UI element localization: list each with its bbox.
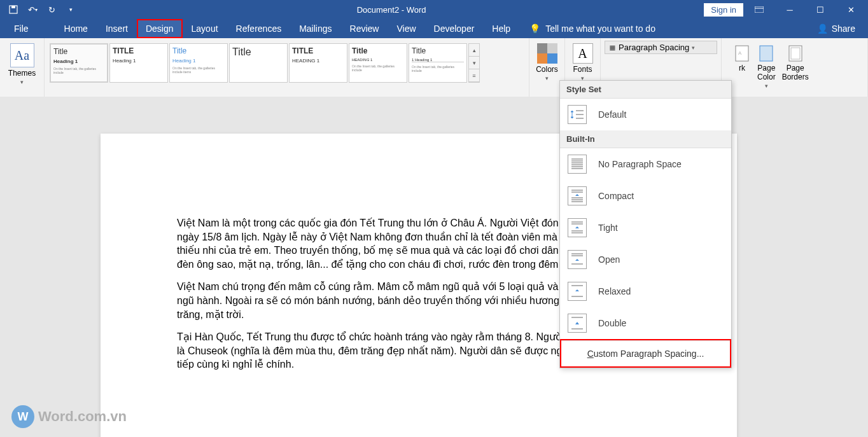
document-area: Việt Nam là một trong các quốc gia đón T… [0,97,868,437]
close-icon[interactable]: ✕ [836,0,865,19]
svg-rect-2 [755,6,764,13]
ribbon-display-icon[interactable] [745,0,774,19]
spacing-option-none[interactable]: No Paragraph Space [560,148,731,180]
tight-icon [568,218,587,237]
share-button[interactable]: 👤 Share [817,19,863,38]
tab-design[interactable]: Design [137,19,183,38]
tell-me-label: Tell me what you want to do [545,24,655,34]
tab-home[interactable]: Home [55,19,97,38]
tab-help[interactable]: Help [483,19,519,38]
gallery-item[interactable]: TITLEHeading 1 [109,43,168,83]
undo-icon[interactable]: ↶ ▾ [24,1,41,18]
gallery-item[interactable]: TitleHeading 1On the Insert tab, the gal… [169,43,228,83]
dropdown-header: Built-In [560,130,731,148]
qat-more-icon[interactable]: ▾ [62,1,79,18]
tab-view[interactable]: View [388,19,424,38]
open-icon [568,250,587,269]
spacing-option-default[interactable]: Default [560,99,731,130]
compact-icon [568,186,587,205]
tab-insert[interactable]: Insert [97,19,137,38]
title-bar: ↶ ▾ ↻ ▾ Document2 - Word Sign in ─ ☐ ✕ [0,0,868,19]
svg-text:A: A [738,50,742,56]
page-borders-button[interactable]: Page Borders [782,45,809,89]
gallery-item[interactable]: Title1 Heading 1On the Insert tab, the g… [409,43,467,83]
relaxed-icon [568,282,587,301]
watermark-icon: A [733,45,751,62]
gallery-scroll[interactable]: ▴▾≡ [468,43,480,83]
themes-button[interactable]: Aa Themes ▾ [4,41,40,88]
spacing-option-double[interactable]: Double [560,307,731,339]
watermark-logo: W Word.com.vn [11,405,127,428]
fonts-icon: A [573,43,593,64]
gallery-item[interactable]: Title [229,43,288,83]
colors-icon [537,43,557,64]
gallery-item[interactable]: TITLEHEADING 1 [289,43,347,83]
tab-file[interactable]: File [5,19,38,38]
word-logo-icon: W [11,405,34,428]
gallery-expand-icon[interactable]: ≡ [469,69,479,82]
minimize-icon[interactable]: ─ [775,0,804,19]
fonts-button[interactable]: AFonts▾ [569,41,596,84]
dropdown-header: Style Set [560,81,731,99]
tab-references[interactable]: References [227,19,291,38]
tab-developer[interactable]: Developer [425,19,484,38]
tell-me-search[interactable]: 💡 Tell me what you want to do [519,19,816,38]
no-space-icon [568,155,587,174]
colors-button[interactable]: Colors▾ [533,41,561,84]
chevron-down-icon: ▾ [20,79,24,85]
page-color-button[interactable]: Page Color▾ [757,45,776,89]
sign-in-button[interactable]: Sign in [704,3,743,17]
share-icon: 👤 [817,24,828,34]
paragraph-spacing-button[interactable]: ≣ Paragraph Spacing ▾ [605,41,717,54]
spacing-option-relaxed[interactable]: Relaxed [560,275,731,307]
svg-rect-4 [736,46,748,61]
chevron-down-icon: ▾ [692,45,695,51]
page-borders-icon [787,45,804,62]
double-icon [568,314,587,333]
spacing-option-tight[interactable]: Tight [560,212,731,244]
tab-layout[interactable]: Layout [183,19,227,38]
default-spacing-icon [568,105,587,124]
lightbulb-icon: 💡 [529,24,540,34]
tab-mailings[interactable]: Mailings [290,19,340,38]
document-title: Document2 - Word [79,5,704,15]
gallery-item[interactable]: TitleHEADING 1On the Insert tab, the gal… [349,43,407,83]
custom-paragraph-spacing-button[interactable]: CCustom Paragraph Spacing...ustom Paragr… [561,340,730,366]
save-icon[interactable] [5,1,22,18]
maximize-icon[interactable]: ☐ [806,0,835,19]
scroll-down-icon[interactable]: ▾ [469,57,479,69]
themes-icon: Aa [10,43,34,67]
tab-review[interactable]: Review [341,19,388,38]
gallery-item[interactable]: TitleHeading 1On the Insert tab, the gal… [50,43,108,83]
svg-rect-1 [11,6,15,8]
svg-rect-6 [760,46,773,61]
ribbon-tabs: File Home Insert Design Layout Reference… [0,19,868,38]
paragraph-spacing-dropdown: Style Set Default Built-In No Paragraph … [559,80,732,368]
watermark-button[interactable]: Ark [733,45,751,89]
spacing-option-open[interactable]: Open [560,244,731,275]
paragraph-spacing-icon: ≣ [609,43,616,52]
redo-icon[interactable]: ↻ [43,1,60,18]
style-gallery[interactable]: TitleHeading 1On the Insert tab, the gal… [48,41,525,85]
spacing-option-compact[interactable]: Compact [560,180,731,212]
scroll-up-icon[interactable]: ▴ [469,44,479,57]
page-color-icon [757,45,775,62]
